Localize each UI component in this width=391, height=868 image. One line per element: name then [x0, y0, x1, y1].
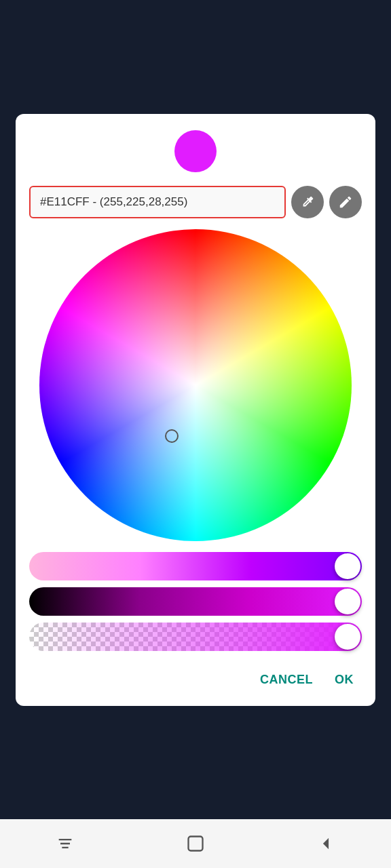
alpha-overlay: [29, 623, 362, 651]
nav-home-button[interactable]: [179, 827, 212, 860]
nav-back-button[interactable]: [310, 827, 342, 860]
recent-icon: [56, 834, 75, 853]
color-picker-dialog: CANCEL OK: [16, 114, 375, 706]
eyedropper-icon: [300, 195, 315, 210]
nav-bar: [0, 819, 391, 868]
color-wheel[interactable]: [39, 229, 352, 541]
color-wheel-container[interactable]: [39, 229, 352, 541]
saturation-thumb[interactable]: [335, 589, 360, 614]
header-row: [29, 186, 362, 218]
home-icon: [186, 834, 205, 853]
wheel-cursor: [165, 429, 179, 443]
svg-rect-0: [189, 837, 203, 851]
saturation-slider[interactable]: [29, 587, 362, 616]
eyedropper-button[interactable]: [291, 186, 324, 218]
buttons-row: CANCEL OK: [29, 662, 362, 692]
color-preview-circle: [174, 130, 217, 172]
ok-button[interactable]: OK: [332, 667, 356, 692]
color-hex-input[interactable]: [29, 186, 286, 218]
pencil-button[interactable]: [329, 186, 362, 218]
sliders-container: [29, 552, 362, 651]
back-icon: [316, 834, 335, 853]
hue-thumb[interactable]: [335, 553, 360, 579]
nav-recent-button[interactable]: [49, 827, 81, 860]
cancel-button[interactable]: CANCEL: [257, 667, 316, 692]
hue-slider[interactable]: [29, 552, 362, 580]
pencil-icon: [338, 195, 353, 210]
alpha-slider[interactable]: [29, 623, 362, 651]
alpha-thumb[interactable]: [335, 624, 360, 650]
